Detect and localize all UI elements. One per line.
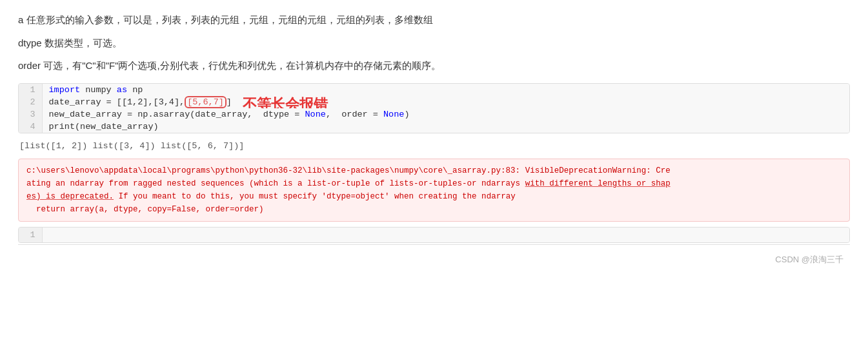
keyword-as: as: [117, 85, 127, 95]
line-num-3: 3: [19, 108, 42, 121]
code-line-3: 3 new_date_array = np.asarray(date_array…: [19, 108, 849, 121]
warning-underline: with different lengths or shap es) is de…: [26, 179, 671, 201]
code-line-4: 4 print(new_date_array): [19, 121, 849, 133]
warning-block: c:\users\lenovo\appdata\local\programs\p…: [18, 159, 850, 222]
circle-highlight: [5,6,7]: [185, 96, 227, 108]
line-code-4: print(new_date_array): [42, 121, 849, 133]
param-order: order 可选，有"C"和"F"两个选项,分别代表，行优先和列优先，在计算机内…: [18, 57, 850, 74]
keyword-none-1: None: [305, 110, 325, 119]
bottom-line-code-1[interactable]: [42, 228, 849, 242]
keyword-import: import: [49, 85, 81, 95]
param-dtype: dtype 数据类型，可选。: [18, 35, 850, 52]
footer: CSDN @浪淘三千: [18, 250, 850, 268]
line-code-2: date_array = [[1,2],[3,4],[5,6,7]]不等长会报错: [42, 96, 849, 108]
line-code-1: import numpy as np: [42, 84, 849, 96]
bottom-line-num-1: 1: [19, 228, 42, 242]
bottom-line-1: 1: [19, 228, 849, 242]
line-num-4: 4: [19, 121, 42, 133]
output-block: [list([1, 2]) list([3, 4]) list([5, 6, 7…: [19, 139, 850, 155]
code-block: 1 import numpy as np 2 date_array = [[1,…: [18, 83, 850, 133]
param-a: a 任意形式的输入参数，可以是，列表，列表的元组，元组，元组的元组，元组的列表，…: [18, 12, 850, 28]
code-line-2: 2 date_array = [[1,2],[3,4],[5,6,7]]不等长会…: [19, 96, 849, 108]
line-num-2: 2: [19, 96, 42, 108]
page-wrapper: a 任意形式的输入参数，可以是，列表，列表的元组，元组，元组的元组，元组的列表，…: [0, 0, 868, 275]
code-line-1: 1 import numpy as np: [19, 84, 849, 96]
keyword-none-2: None: [383, 110, 404, 119]
line-code-3: new_date_array = np.asarray(date_array, …: [42, 108, 849, 121]
footer-separator: [18, 244, 850, 245]
line-num-1: 1: [19, 84, 42, 96]
bottom-code-block: 1: [18, 227, 850, 243]
